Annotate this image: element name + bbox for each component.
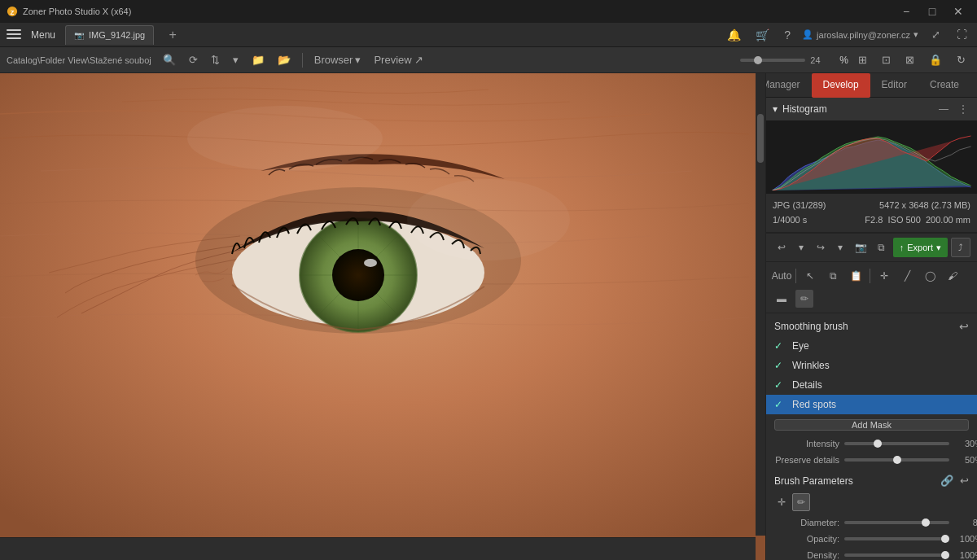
actual-size-button[interactable]: ⊠ [900, 51, 919, 69]
svg-point-12 [364, 259, 377, 267]
tab-create[interactable]: Create [918, 73, 970, 98]
photo-canvas[interactable] [0, 73, 765, 560]
brush-tool-button[interactable]: 🖌 [944, 267, 962, 285]
fit-view-button[interactable]: ⊡ [877, 51, 896, 69]
mask-item-eye[interactable]: ✓ Eye [766, 336, 977, 356]
paste-tool-button[interactable]: 📋 [847, 267, 865, 285]
help-icon[interactable]: ? [781, 27, 794, 43]
fullscreen-icon[interactable]: ⛶ [953, 26, 970, 44]
close-button[interactable]: ✕ [946, 3, 970, 20]
refresh-button[interactable]: ⟳ [184, 51, 203, 69]
zoom-slider[interactable] [740, 59, 805, 62]
share-button[interactable]: ⤴ [951, 238, 970, 257]
user-avatar-icon: 👤 [802, 29, 813, 40]
add-tab-button[interactable]: + [164, 26, 182, 44]
window-controls: − □ ✕ [894, 3, 970, 20]
toolbar-right: 24 % ⊞ ⊡ ⊠ 🔒 ↻ [740, 51, 970, 69]
density-value: 100% [954, 550, 977, 560]
search-button[interactable]: 🔍 [158, 51, 181, 69]
redo-button[interactable]: ↪ [812, 238, 830, 256]
svg-point-13 [187, 106, 383, 171]
density-slider[interactable] [844, 553, 949, 557]
cursor-tool-button[interactable]: ↖ [801, 267, 819, 285]
maximize-button[interactable]: □ [920, 3, 944, 20]
file-dimensions: 5472 x 3648 [879, 200, 929, 210]
scrollbar-thumb[interactable] [757, 114, 764, 163]
expand-icon[interactable]: ⤢ [927, 26, 944, 44]
add-mask-button[interactable]: Add Mask [774, 419, 969, 431]
mask-red-spots-check-icon: ✓ [774, 399, 786, 410]
export-button[interactable]: ↑ Export ▾ [893, 238, 948, 257]
zoom-percentage: 24 [810, 55, 835, 65]
menu-label[interactable]: Menu [31, 29, 55, 41]
brush-link-icon[interactable]: 🔗 [940, 475, 953, 487]
mask-item-wrinkles[interactable]: ✓ Wrinkles [766, 356, 977, 375]
opacity-slider[interactable] [844, 537, 949, 540]
eraser-tool-button[interactable]: ▬ [773, 290, 791, 308]
undo-history-button[interactable]: ▾ [792, 238, 810, 256]
brush-paint-button[interactable]: ✏ [792, 493, 810, 511]
photo-scrollbar[interactable] [756, 73, 765, 536]
brush-params-controls: 🔗 ↩ [940, 475, 969, 487]
intensity-slider[interactable] [844, 442, 949, 445]
folder2-button[interactable]: 📂 [273, 51, 296, 69]
smoothing-brush-title: Smoothing brush [774, 321, 848, 332]
hamburger-menu-icon[interactable] [7, 29, 21, 41]
histogram-svg [769, 124, 974, 190]
preserve-value: 50% [954, 455, 977, 465]
diameter-label: Diameter: [774, 518, 839, 527]
right-panel: Manager Develop Editor Create ▾ Histogra… [765, 73, 977, 560]
tools-bar: Auto ↖ ⧉ 📋 ✛ ╱ ◯ 🖌 ▬ ✏ [766, 262, 977, 313]
brush-reset-icon[interactable]: ↩ [960, 475, 969, 487]
mask-item-red-spots[interactable]: ✓ Red spots [766, 395, 977, 414]
photo-svg [0, 73, 765, 560]
brush-move-icon[interactable]: ✛ [774, 495, 789, 510]
menu-bar-right: 🔔 🛒 ? 👤 jaroslav.pilny@zoner.cz ▾ ⤢ ⛶ [724, 26, 970, 44]
user-dropdown-icon: ▾ [913, 29, 918, 40]
user-info[interactable]: 👤 jaroslav.pilny@zoner.cz ▾ [802, 29, 918, 40]
histogram-more-icon[interactable]: ⋮ [956, 103, 970, 116]
mask-item-details[interactable]: ✓ Details [766, 375, 977, 395]
tab-develop[interactable]: Develop [812, 73, 870, 98]
tab-editor[interactable]: Editor [870, 73, 918, 98]
notifications-icon[interactable]: 🔔 [724, 27, 744, 43]
preserve-slider[interactable] [844, 458, 949, 462]
diameter-slider[interactable] [844, 521, 949, 524]
copy-tool-button[interactable]: ⧉ [824, 267, 842, 285]
snapshot-button[interactable]: 📷 [852, 238, 870, 256]
minimize-button[interactable]: − [894, 3, 918, 20]
smoothing-back-icon[interactable]: ↩ [959, 320, 969, 333]
auto-tool-button[interactable]: Auto [773, 267, 791, 285]
intensity-label: Intensity [774, 439, 839, 448]
histogram-canvas [766, 120, 977, 194]
grid-view-button[interactable]: ⊞ [853, 51, 872, 69]
cart-icon[interactable]: 🛒 [752, 27, 773, 43]
filter-button[interactable]: ▾ [228, 51, 243, 69]
svg-point-11 [332, 249, 384, 301]
preserve-label: Preserve details [774, 455, 839, 465]
lock-button[interactable]: 🔒 [924, 51, 947, 69]
folder-button[interactable]: 📁 [247, 51, 269, 69]
tab-manager[interactable]: Manager [765, 73, 812, 98]
brush-tool-row: ✛ ✏ [766, 490, 977, 514]
tools-sep-1 [795, 269, 796, 283]
brush-params-header: Brush Parameters 🔗 ↩ [766, 468, 977, 490]
undo-button[interactable]: ↩ [773, 238, 791, 256]
line-tool-button[interactable]: ╱ [898, 267, 916, 285]
preview-button[interactable]: Preview ↗ [369, 51, 427, 69]
move-tool-button[interactable]: ✛ [875, 267, 893, 285]
radial-tool-button[interactable]: ◯ [921, 267, 939, 285]
pen-tool-button[interactable]: ✏ [795, 290, 813, 308]
rotate-button[interactable]: ↻ [952, 51, 970, 69]
export-dropdown-icon: ▾ [936, 243, 941, 253]
mask-wrinkles-label: Wrinkles [792, 360, 830, 371]
mask-eye-label: Eye [792, 340, 809, 352]
histogram-minimize-icon[interactable]: — [936, 103, 951, 116]
sort-button[interactable]: ⇅ [206, 51, 225, 69]
browser-button[interactable]: Browser ▾ [309, 51, 366, 69]
redo-history-button[interactable]: ▾ [831, 238, 849, 256]
file-frame: 31/289 [795, 200, 823, 210]
copy-button[interactable]: ⧉ [873, 238, 890, 256]
breadcrumb[interactable]: Catalog\Folder View\Stažené souboj [7, 55, 151, 65]
file-tab[interactable]: 📷 IMG_9142.jpg [65, 25, 154, 45]
